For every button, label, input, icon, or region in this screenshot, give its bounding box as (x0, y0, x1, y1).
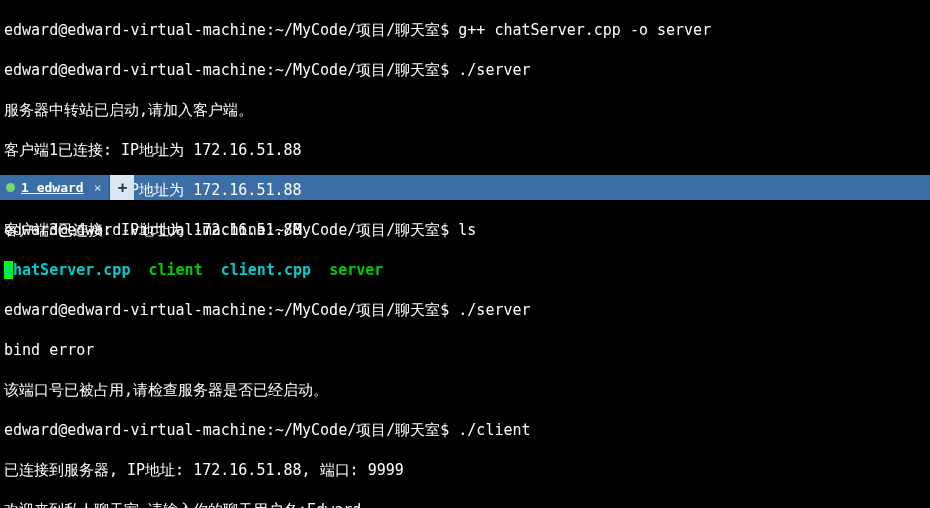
terminal-output: 已连接到服务器, IP地址: 172.16.51.88, 端口: 9999 (4, 460, 926, 480)
terminal-pane-bottom[interactable]: edward@edward-virtual-machine:~/MyCode/项… (0, 200, 930, 508)
prompt: edward@edward-virtual-machine:~/MyCode/项… (4, 301, 449, 319)
prompt: edward@edward-virtual-machine:~/MyCode/项… (4, 21, 449, 39)
prompt: edward@edward-virtual-machine:~/MyCode/项… (4, 221, 449, 239)
add-tab-button[interactable]: + (110, 175, 134, 200)
terminal-line: edward@edward-virtual-machine:~/MyCode/项… (4, 220, 926, 240)
terminal-output: bind error (4, 340, 926, 360)
terminal-line: edward@edward-virtual-machine:~/MyCode/项… (4, 60, 926, 80)
command-text: ./server (458, 301, 530, 319)
file-name: chatServer.cpp (4, 261, 130, 279)
command-text: ./server (458, 61, 530, 79)
welcome-text: 欢迎来到私人聊天室,请输入你的聊天用户名: (4, 501, 307, 508)
terminal-output: 服务器中转站已启动,请加入客户端。 (4, 100, 926, 120)
command-text: g++ chatServer.cpp -o server (458, 21, 711, 39)
username-input: Edward (307, 501, 361, 508)
terminal-output: 该端口号已被占用,请检查服务器是否已经启动。 (4, 380, 926, 400)
prompt: edward@edward-virtual-machine:~/MyCode/项… (4, 421, 449, 439)
terminal-output: 欢迎来到私人聊天室,请输入你的聊天用户名:Edward (4, 500, 926, 508)
file-name: client (149, 261, 203, 279)
terminal-pane-top[interactable]: edward@edward-virtual-machine:~/MyCode/项… (0, 0, 930, 175)
terminal-line: edward@edward-virtual-machine:~/MyCode/项… (4, 20, 926, 40)
tab-title: 1 edward (21, 178, 84, 198)
terminal-output: 客户端1已连接: IP地址为 172.16.51.88 (4, 140, 926, 160)
close-icon[interactable]: × (90, 178, 102, 198)
prompt: edward@edward-virtual-machine:~/MyCode/项… (4, 61, 449, 79)
file-name: server (329, 261, 383, 279)
terminal-tab[interactable]: 1 edward × (0, 175, 110, 200)
command-text: ls (458, 221, 476, 239)
command-text: ./client (458, 421, 530, 439)
ls-output: chatServer.cpp client client.cpp server (4, 260, 926, 280)
file-name: client.cpp (221, 261, 311, 279)
terminal-line: edward@edward-virtual-machine:~/MyCode/项… (4, 420, 926, 440)
plus-icon: + (118, 178, 128, 198)
terminal-line: edward@edward-virtual-machine:~/MyCode/项… (4, 300, 926, 320)
status-dot-icon (6, 183, 15, 192)
